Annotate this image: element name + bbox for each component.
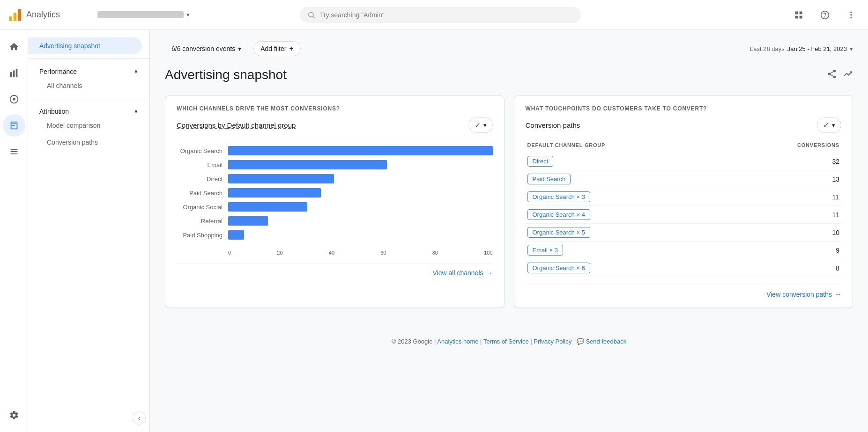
conversion-events-btn[interactable]: 6/6 conversion events ▾ bbox=[165, 41, 248, 56]
bar-row: Referral bbox=[177, 216, 493, 226]
add-icon: + bbox=[289, 44, 293, 53]
svg-rect-16 bbox=[15, 69, 17, 77]
right-panel-dropdown-btn[interactable]: ✓ ▾ bbox=[817, 117, 841, 133]
view-conversion-paths-link[interactable]: View conversion paths → bbox=[766, 291, 841, 298]
analytics-home-link[interactable]: Analytics home bbox=[437, 338, 478, 345]
cp-tag[interactable]: Organic Search × 4 bbox=[527, 209, 590, 220]
x-axis-label: 60 bbox=[380, 250, 386, 256]
sidebar-section-performance[interactable]: Performance ∧ bbox=[28, 62, 149, 77]
cp-tag[interactable]: Organic Search × 5 bbox=[527, 227, 590, 238]
privacy-link[interactable]: Privacy Policy bbox=[534, 338, 571, 345]
dropdown-icon: ▾ bbox=[238, 45, 241, 52]
share-btn[interactable] bbox=[827, 69, 837, 81]
bar-row: Direct bbox=[177, 174, 493, 183]
col-conversions-header: CONVERSIONS bbox=[797, 142, 839, 148]
apps-icon-btn[interactable] bbox=[789, 6, 808, 24]
bar-row: Paid Search bbox=[177, 188, 493, 198]
sidebar-item-conversion-paths[interactable]: Conversion paths bbox=[28, 134, 149, 151]
svg-rect-0 bbox=[9, 16, 12, 21]
bar-track bbox=[228, 216, 493, 226]
view-all-channels-link[interactable]: View all channels → bbox=[433, 269, 493, 277]
bar-label: Direct bbox=[177, 176, 228, 183]
add-filter-btn[interactable]: Add filter + bbox=[253, 41, 301, 56]
icon-rail bbox=[0, 30, 28, 432]
cp-row: Direct 32 bbox=[526, 153, 842, 170]
performance-chevron-icon: ∧ bbox=[134, 68, 138, 75]
cp-rows: Direct 32 Paid Search 13 Organic Search … bbox=[526, 153, 842, 277]
terms-link[interactable]: Terms of Service bbox=[483, 338, 529, 345]
nav-actions bbox=[789, 6, 861, 24]
rail-advertising[interactable] bbox=[3, 114, 25, 137]
app-body: Advertising snapshot Performance ∧ All c… bbox=[0, 30, 868, 432]
more-vert-icon bbox=[846, 10, 856, 20]
bar-track bbox=[228, 146, 493, 155]
cp-count: 10 bbox=[832, 229, 839, 236]
cp-row: Organic Search × 6 8 bbox=[526, 259, 842, 277]
cp-tag[interactable]: Paid Search bbox=[527, 174, 571, 184]
bar-track bbox=[228, 160, 493, 169]
left-panel-footer: View all channels → bbox=[177, 263, 493, 277]
bar-fill bbox=[228, 160, 387, 169]
check-icon: ✓ bbox=[475, 121, 481, 130]
help-icon bbox=[820, 10, 830, 20]
sidebar-item-advertising-snapshot[interactable]: Advertising snapshot bbox=[28, 37, 142, 54]
x-axis-label: 40 bbox=[329, 250, 334, 256]
cp-count: 9 bbox=[836, 247, 839, 254]
search-bar[interactable] bbox=[300, 7, 581, 23]
dropdown-arrow-icon-right: ▾ bbox=[832, 122, 835, 129]
svg-point-17 bbox=[13, 98, 15, 101]
rail-settings[interactable] bbox=[3, 404, 25, 426]
cp-tag[interactable]: Email × 3 bbox=[527, 245, 564, 256]
chart-title-link[interactable]: Default channel group bbox=[227, 121, 296, 129]
cp-row: Email × 3 9 bbox=[526, 242, 842, 259]
more-options-btn[interactable] bbox=[842, 6, 861, 24]
rail-explore[interactable] bbox=[3, 88, 25, 110]
svg-point-10 bbox=[825, 16, 825, 17]
svg-rect-5 bbox=[795, 11, 798, 14]
cp-tag[interactable]: Direct bbox=[527, 156, 554, 167]
cp-count: 32 bbox=[832, 158, 839, 165]
check-icon-right: ✓ bbox=[823, 121, 829, 130]
date-range[interactable]: Last 28 days Jan 25 - Feb 21, 2023 ▾ bbox=[750, 45, 853, 52]
feedback-link[interactable]: Send feedback bbox=[586, 338, 626, 345]
left-panel-header: Conversions by Default channel group ✓ ▾ bbox=[177, 117, 493, 133]
bar-label: Organic Search bbox=[177, 147, 228, 154]
cp-row: Paid Search 13 bbox=[526, 170, 842, 188]
sidebar-item-model-comparison[interactable]: Model comparison bbox=[28, 117, 149, 134]
trend-btn[interactable] bbox=[843, 69, 853, 81]
page-actions bbox=[827, 69, 853, 81]
rail-home[interactable] bbox=[3, 36, 25, 58]
chart-x-axis: 020406080100 bbox=[177, 250, 493, 256]
rail-reports[interactable] bbox=[3, 62, 25, 84]
sidebar-section-attribution[interactable]: Attribution ∧ bbox=[28, 102, 149, 117]
main-content: 6/6 conversion events ▾ Add filter + Las… bbox=[150, 30, 868, 432]
search-input[interactable] bbox=[320, 11, 573, 19]
col-channel-header: DEFAULT CHANNEL GROUP bbox=[527, 142, 606, 148]
left-panel: WHICH CHANNELS DRIVE THE MOST CONVERSION… bbox=[165, 95, 504, 308]
svg-rect-6 bbox=[800, 11, 802, 14]
page-title: Advertising snapshot bbox=[165, 67, 287, 82]
panels: WHICH CHANNELS DRIVE THE MOST CONVERSION… bbox=[165, 95, 853, 308]
bar-label: Organic Social bbox=[177, 204, 228, 211]
bar-row: Organic Social bbox=[177, 202, 493, 212]
bar-fill bbox=[228, 230, 244, 240]
bar-fill bbox=[228, 216, 268, 226]
account-selector[interactable]: ████████████████████ ▾ bbox=[92, 8, 195, 21]
sidebar-item-all-channels[interactable]: All channels bbox=[28, 77, 149, 94]
bar-label: Paid Search bbox=[177, 190, 228, 197]
cp-tag[interactable]: Organic Search × 6 bbox=[527, 263, 590, 273]
cp-row: Organic Search × 4 11 bbox=[526, 206, 842, 224]
cp-tag[interactable]: Organic Search × 3 bbox=[527, 191, 590, 202]
left-panel-dropdown-btn[interactable]: ✓ ▾ bbox=[468, 117, 493, 133]
rail-configure[interactable] bbox=[3, 140, 25, 163]
attribution-chevron-icon: ∧ bbox=[134, 108, 138, 115]
bar-row: Organic Search bbox=[177, 146, 493, 155]
right-panel: WHAT TOUCHPOINTS DO CUSTOMERS TAKE TO CO… bbox=[514, 95, 853, 308]
help-icon-btn[interactable] bbox=[816, 6, 834, 24]
bar-chart: Organic Search Email Direct Paid Search … bbox=[177, 142, 493, 248]
sidebar-collapse-btn[interactable]: ‹ bbox=[133, 411, 146, 425]
bar-row: Paid Shopping bbox=[177, 230, 493, 240]
page-title-row: Advertising snapshot bbox=[165, 67, 853, 82]
cp-row: Organic Search × 3 11 bbox=[526, 188, 842, 206]
bar-track bbox=[228, 230, 493, 240]
